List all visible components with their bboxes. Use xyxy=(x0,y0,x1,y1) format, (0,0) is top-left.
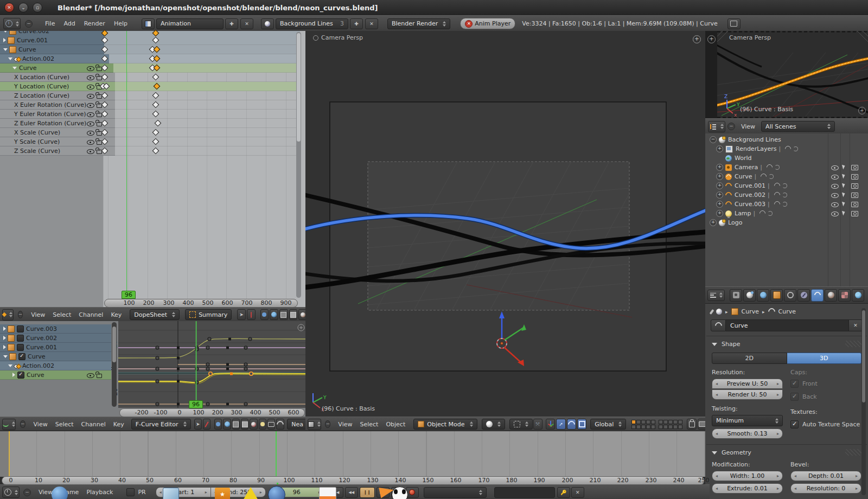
expander-icon[interactable]: + xyxy=(716,191,723,199)
collapse-menus-icon[interactable]: − xyxy=(20,420,25,428)
properties-tab[interactable] xyxy=(743,289,756,302)
sync-mode-select[interactable] xyxy=(424,487,487,498)
outliner-row[interactable]: + Curve.001 | xyxy=(705,181,868,190)
menu-channel[interactable]: Channel xyxy=(78,421,110,428)
keyframe-diamond[interactable] xyxy=(101,37,108,44)
expander-icon[interactable] xyxy=(3,355,8,358)
visibility-eye-icon[interactable] xyxy=(831,184,839,189)
outliner-row[interactable]: + Curve.003 | xyxy=(705,200,868,209)
outliner-item-label[interactable]: Curve.002 xyxy=(735,191,765,199)
menu-view[interactable]: View xyxy=(334,421,356,428)
outliner-row[interactable]: + Curve.002 | xyxy=(705,190,868,200)
pivot-axis-icon[interactable] xyxy=(203,419,210,430)
expander-icon[interactable] xyxy=(3,327,6,331)
material-sphere-icon[interactable] xyxy=(250,419,257,430)
outliner-item-label[interactable]: Background Lines xyxy=(728,136,781,143)
twist-smooth-slider[interactable]: ◂Smooth: 0.13▸ xyxy=(712,428,783,439)
channel-checkbox[interactable] xyxy=(17,372,24,379)
channel-checkbox[interactable] xyxy=(17,325,24,332)
timeline-region[interactable] xyxy=(0,431,705,477)
dock-icon-blue-circle[interactable] xyxy=(268,486,285,499)
shape-3d-button[interactable]: 3D xyxy=(787,353,862,364)
renderability-camera-icon[interactable] xyxy=(851,202,858,207)
keyframe-diamond[interactable] xyxy=(101,138,108,145)
anim-player-button[interactable]: ✕ Anim Player xyxy=(460,18,515,29)
keyframe-diamond[interactable] xyxy=(152,92,159,99)
menu-file[interactable]: File xyxy=(41,20,59,27)
visibility-eye-icon[interactable] xyxy=(831,165,839,170)
collapse-menus-icon[interactable]: − xyxy=(23,489,31,496)
selectability-cursor-icon[interactable] xyxy=(842,174,846,179)
properties-tab[interactable] xyxy=(784,289,796,302)
shape-2d-button[interactable]: 2D xyxy=(712,353,787,364)
menu-view[interactable]: View xyxy=(27,311,49,318)
breadcrumb-data[interactable]: Curve xyxy=(778,308,796,315)
keyframe-diamond[interactable] xyxy=(101,92,108,99)
properties-tab[interactable] xyxy=(757,289,769,302)
menu-key[interactable]: Key xyxy=(107,311,125,318)
previous-keyframe-button[interactable]: ◀◀ xyxy=(345,487,358,498)
channel-checkbox[interactable] xyxy=(17,335,24,342)
layers-widget[interactable] xyxy=(631,420,682,429)
fill-back-row[interactable]: Back xyxy=(790,393,861,401)
keyframe-diamond[interactable] xyxy=(154,55,161,62)
collapse-menus-icon[interactable]: − xyxy=(325,420,330,428)
lamp-icon[interactable] xyxy=(259,419,266,430)
expander-icon[interactable]: + xyxy=(716,210,723,217)
copy-icon[interactable] xyxy=(232,419,240,430)
dock-icon-star-box[interactable]: ★ xyxy=(215,488,230,499)
expander-icon[interactable] xyxy=(8,364,12,367)
properties-vscrollbar[interactable] xyxy=(861,308,866,495)
keyframe-diamond[interactable] xyxy=(152,129,159,136)
keyframe-diamond[interactable] xyxy=(101,111,108,118)
dock-icon-panda[interactable] xyxy=(392,487,408,499)
keyframe-diamond[interactable] xyxy=(101,55,108,62)
manipulator-rotate-icon[interactable] xyxy=(567,419,576,430)
menu-key[interactable]: Key xyxy=(110,421,128,428)
window-maximize-button[interactable]: ▫ xyxy=(33,3,42,12)
viewport-3d[interactable]: Y x Camera Persp (96) Curve : Basis + xyxy=(305,31,705,417)
dock-icon-sphere[interactable] xyxy=(52,487,68,499)
outliner-item-label[interactable]: Lamp xyxy=(735,210,751,217)
menu-add[interactable]: Add xyxy=(60,20,79,27)
selectability-cursor-icon[interactable] xyxy=(842,183,846,188)
renderability-camera-icon[interactable] xyxy=(851,211,858,216)
add-scene-button[interactable]: ✚ xyxy=(350,18,363,29)
outliner-item-label[interactable]: Logo xyxy=(728,219,742,226)
outliner-item-label[interactable]: Curve xyxy=(735,173,752,180)
bevel-depth-slider[interactable]: ◂Depth: 0.01▸ xyxy=(790,471,861,481)
properties-tab[interactable] xyxy=(825,289,837,302)
properties-tab[interactable] xyxy=(770,289,783,302)
manipulator-translate-icon[interactable]: ➚ xyxy=(556,419,565,430)
shape-panel-header[interactable]: Shape xyxy=(712,341,861,348)
render-u-slider[interactable]: ◂Render U: 50▸ xyxy=(712,389,783,400)
expander-icon[interactable]: + xyxy=(716,201,723,208)
outliner-row[interactable]: + Logo | xyxy=(705,218,868,227)
fcurve-mode-select[interactable]: F-Curve Editor xyxy=(131,419,191,430)
cursor-tool-icon[interactable]: ➤ xyxy=(194,419,202,430)
outliner-display-select[interactable]: All Scenes xyxy=(761,121,835,132)
dopesheet-scrubber[interactable]: 100200300400500600700800900 xyxy=(104,299,298,308)
timeline-scrubber[interactable]: 0102030405060708090100110120130140150160… xyxy=(2,476,705,485)
delete-scene-button[interactable]: ✕ xyxy=(365,18,378,29)
scene-browse-button[interactable] xyxy=(261,18,274,29)
selectability-cursor-icon[interactable] xyxy=(842,192,846,197)
viewport-mini[interactable]: Z Y x Camera Persp (96) Curve : Basis + xyxy=(717,31,868,119)
outliner-row[interactable]: + RenderLayers | xyxy=(705,144,868,153)
outliner-row[interactable]: + Camera | xyxy=(705,163,868,172)
dock-icon-package[interactable] xyxy=(163,488,179,499)
transform-orientation-select[interactable]: Global xyxy=(590,419,626,430)
fcurve-scrubber[interactable]: -200-1000100200300400500600 xyxy=(119,408,305,417)
keyframe-diamond[interactable] xyxy=(101,101,108,108)
scrollbar-thumb[interactable] xyxy=(862,310,865,402)
keyframe-diamond[interactable] xyxy=(101,46,108,53)
properties-tab[interactable] xyxy=(811,289,824,302)
lock-to-scene-icon[interactable] xyxy=(687,419,696,430)
scrollbar-thumb[interactable] xyxy=(297,33,301,142)
menu-select[interactable]: Select xyxy=(52,421,78,428)
menu-select[interactable]: Select xyxy=(356,421,382,428)
window-duplicate-icon[interactable] xyxy=(727,18,741,29)
renderability-camera-icon[interactable] xyxy=(851,193,858,198)
region-plus-icon[interactable]: + xyxy=(707,35,716,43)
snap-icon[interactable] xyxy=(260,309,269,320)
